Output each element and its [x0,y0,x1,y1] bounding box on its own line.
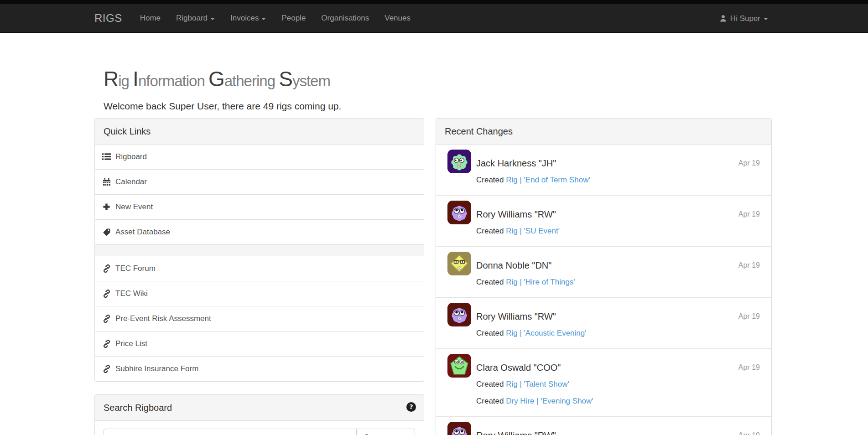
chevron-down-icon [261,18,266,20]
nav-item-label: Invoices [230,14,259,23]
navbar: RIGS HomeRigboardInvoicesPeopleOrganisat… [0,4,868,33]
welcome-message: Welcome back Super User, there are 49 ri… [104,101,868,112]
recent-change-body: Clara Oswald "COO"Created Rig | 'Talent … [476,354,760,407]
recent-change-row: Jack Harkness "JH"Created Rig | 'End of … [436,145,771,195]
change-target-link[interactable]: Rig | 'Hire of Things' [506,278,575,286]
calendar-icon [102,178,111,186]
change-date: Apr 19 [738,362,760,373]
quick-link-label: Price List [115,338,147,350]
search-input[interactable] [104,429,357,435]
link-icon [102,264,111,273]
person-name: Rory Williams "RW" [476,430,760,435]
search-panel-heading: Search Rigboard ? [95,395,424,421]
search-form: Search [95,421,424,435]
search-panel-title: Search Rigboard [104,403,172,413]
quick-link-price-list[interactable]: Price List [95,331,424,356]
quick-link-label: TEC Forum [115,263,156,274]
quick-links-title: Quick Links [95,119,424,145]
main-content: Rig Information Gathering System Welcome… [0,67,868,435]
nav-item-invoices[interactable]: Invoices [223,4,274,33]
title-rest: ig [118,72,133,89]
nav-item-organisations[interactable]: Organisations [313,4,377,33]
change-target-link[interactable]: Rig | 'Talent Show' [506,380,569,388]
title-lead-letter: S [279,67,292,91]
quick-link-calendar[interactable]: Calendar [95,169,424,194]
change-target-link[interactable]: Rig | 'Acoustic Evening' [506,329,586,337]
quick-link-rigboard[interactable]: Rigboard [95,145,424,169]
link-icon [102,365,111,373]
change-date: Apr 19 [738,259,760,271]
recent-change-body: Rory Williams "RW" [476,422,760,435]
person-name: Donna Noble "DN" [476,259,760,271]
change-action: Created Dry Hire | 'Evening Show' [476,395,760,407]
nav-item-label: Venues [385,14,411,23]
search-button-label: Search [375,434,400,435]
quick-links-list: RigboardCalendarNew EventAsset DatabaseT… [95,145,424,381]
nav-item-label: Rigboard [176,14,208,23]
question-circle-icon[interactable]: ? [406,402,416,412]
quick-link-new-event[interactable]: New Event [95,194,424,219]
svg-text:?: ? [409,403,413,410]
nav-item-rigboard[interactable]: Rigboard [168,4,223,33]
title-rest: athering [224,72,279,89]
quick-link-label: Asset Database [115,226,170,238]
change-action: Created Rig | 'Talent Show' [476,378,760,390]
action-verb: Created [476,329,506,337]
user-menu-label: Hi Super [730,14,760,23]
quick-link-pre-event-risk-assessment[interactable]: Pre-Event Risk Assessment [95,306,424,331]
link-icon [102,315,111,323]
quick-link-tec-wiki[interactable]: TEC Wiki [95,281,424,306]
title-rest: nformation [138,72,208,89]
quick-link-tec-forum[interactable]: TEC Forum [95,256,424,281]
quick-link-label: Calendar [115,176,147,188]
user-menu[interactable]: Hi Super [713,4,774,33]
person-name: Rory Williams "RW" [476,208,760,220]
change-date: Apr 19 [738,208,760,220]
nav-item-venues[interactable]: Venues [377,4,418,33]
brand-logo[interactable]: RIGS [94,12,122,25]
avatar [447,252,471,275]
recent-change-body: Donna Noble "DN"Created Rig | 'Hire of T… [476,252,760,288]
nav-item-home[interactable]: Home [132,4,168,33]
recent-change-body: Rory Williams "RW"Created Rig | 'Acousti… [476,303,760,339]
recent-changes-panel: Recent Changes Jack Harkness "JH"Created… [436,118,772,435]
quick-link-label: TEC Wiki [115,288,148,300]
chevron-down-icon [210,18,215,20]
avatar [447,303,471,326]
link-icon [102,290,111,298]
change-action: Created Rig | 'End of Term Show' [476,174,760,186]
tag-icon [102,228,111,236]
change-target-link[interactable]: Rig | 'SU Event' [506,227,560,235]
title-lead-letter: G [208,67,224,91]
quick-link-label: Rigboard [115,151,147,163]
person-icon [719,15,727,22]
quick-link-asset-database[interactable]: Asset Database [95,219,424,244]
change-date: Apr 19 [738,157,760,169]
avatar [447,150,471,173]
quick-link-label: Pre-Event Risk Assessment [115,313,211,325]
nav-item-label: Organisations [321,14,369,23]
recent-change-row: Clara Oswald "COO"Created Rig | 'Talent … [436,348,771,416]
nav-item-label: Home [140,14,161,23]
navbar-menu: HomeRigboardInvoicesPeopleOrganisationsV… [132,4,418,33]
plus-icon [102,203,111,211]
avatar [447,422,471,435]
avatar [447,201,471,224]
list-separator [95,244,424,256]
list-icon [102,152,111,161]
action-verb: Created [476,397,506,405]
nav-item-people[interactable]: People [274,4,313,33]
link-icon [102,340,111,348]
change-action: Created Rig | 'Acoustic Evening' [476,327,760,339]
search-button[interactable]: Search [357,429,415,435]
change-action: Created Rig | 'Hire of Things' [476,276,760,288]
change-date: Apr 19 [738,430,760,435]
quick-link-subhire-insurance-form[interactable]: Subhire Insurance Form [95,356,424,381]
recent-change-row: Donna Noble "DN"Created Rig | 'Hire of T… [436,246,771,297]
title-lead-letter: R [104,67,118,91]
change-target-link[interactable]: Rig | 'End of Term Show' [506,176,590,184]
change-date: Apr 19 [738,311,760,322]
change-target-link[interactable]: Dry Hire | 'Evening Show' [506,397,593,405]
chevron-down-icon [764,18,768,20]
search-rigboard-panel: Search Rigboard ? Search [94,394,424,435]
